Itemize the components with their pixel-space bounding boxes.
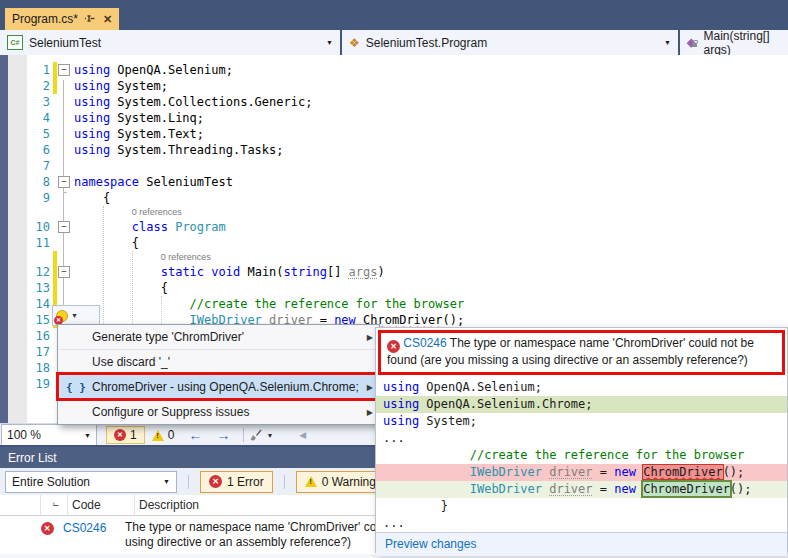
csharp-file-icon: C# [7, 35, 23, 50]
code-line[interactable]: 14 //create the reference for the browse… [0, 296, 788, 312]
code-line[interactable]: 3using System.Collections.Generic; [0, 94, 788, 110]
change-bar [53, 62, 57, 78]
menu-item-label: ChromeDriver - using OpenQA.Selenium.Chr… [92, 380, 359, 394]
menu-item-3[interactable]: { }ChromeDriver - using OpenQA.Selenium.… [58, 374, 379, 399]
menu-item-label: Use discard '_' [92, 355, 373, 369]
code-line[interactable]: 9 { [0, 190, 788, 206]
line-number: 2 [26, 78, 50, 94]
tab-program-cs[interactable]: Program.cs* ✕ [5, 8, 119, 30]
submenu-arrow-icon: ▶ [367, 333, 373, 342]
code-line[interactable]: 10− class Program [0, 219, 788, 235]
line-number: 11 [26, 235, 50, 251]
warning-triangle-icon [152, 430, 164, 441]
error-message-box: ✕ CS0246 The type or namespace name 'Chr… [378, 330, 785, 375]
divider [284, 475, 285, 489]
code-line[interactable]: 8−namespace SeleniumTest [0, 174, 788, 190]
lightbulb-icon: ✕ [56, 310, 68, 322]
line-number: 12 [26, 264, 50, 280]
code-text: using System.Threading.Tasks; [74, 142, 284, 158]
code-column-header[interactable]: Code [68, 495, 135, 515]
scroll-left-arrow-icon[interactable]: ◀ [299, 430, 306, 440]
type-dropdown-label: SeleniumTest.Program [366, 36, 487, 50]
codelens-row: 0 references [0, 251, 788, 264]
error-circle-icon: ✕ [41, 522, 54, 535]
menu-item-label: Configure or Suppress issues [92, 405, 359, 419]
member-dropdown-label: Main(string[] args) [703, 29, 781, 57]
navigation-bar: C# SeleniumTest ▼ ❖ SeleniumTest.Program… [0, 30, 788, 55]
class-icon: ❖ [349, 37, 360, 49]
zoom-dropdown[interactable]: 100 % ▼ [1, 424, 97, 446]
preview-code-line: using OpenQA.Selenium; [376, 379, 787, 396]
fold-toggle[interactable]: − [58, 176, 70, 188]
error-circle-icon: ✕ [387, 340, 400, 353]
errors-filter-button[interactable]: ✕ 1 Error [200, 471, 273, 493]
preview-code-line: } [376, 498, 787, 515]
fold-toggle[interactable]: − [58, 266, 70, 278]
code-text: using System.Linq; [74, 110, 204, 126]
preview-changes-link[interactable]: Preview changes [376, 532, 787, 556]
error-code-cell[interactable]: CS0246 [58, 519, 125, 550]
code-cleanup-broom-icon[interactable]: ▼ [250, 429, 273, 442]
chevron-down-icon: ▼ [71, 312, 78, 319]
code-line[interactable]: 11 { [0, 235, 788, 251]
error-circle-icon: ✕ [209, 475, 222, 488]
quick-actions-menu: Generate type 'ChromDriver'▶Use discard … [57, 324, 380, 425]
line-number: 5 [26, 126, 50, 142]
next-issue-arrow-icon[interactable]: → [209, 427, 237, 443]
category-column-header[interactable]: ¬ [41, 495, 68, 515]
chevron-down-icon: ▼ [326, 39, 333, 46]
close-icon[interactable]: ✕ [103, 14, 112, 25]
fix-preview-code: using OpenQA.Selenium;using OpenQA.Selen… [376, 377, 787, 532]
member-dropdown[interactable]: ◈ Main(string[] args) [680, 30, 788, 55]
change-bar [53, 78, 57, 94]
preview-code-line: IWebDriver driver = new ChromeDriver(); [376, 481, 787, 498]
chevron-down-icon: ▼ [664, 39, 671, 46]
fix-preview-popup: ✕ CS0246 The type or namespace name 'Chr… [375, 327, 788, 553]
scope-dropdown[interactable]: Entire Solution ▼ [5, 471, 177, 493]
warning-triangle-icon [305, 476, 317, 487]
code-line[interactable]: 7 [0, 158, 788, 174]
warning-count-indicator[interactable]: 0 [145, 427, 182, 443]
code-line[interactable]: 2using System; [0, 78, 788, 94]
line-number: 9 [26, 190, 50, 206]
code-text: class Program [74, 219, 226, 235]
line-number: 6 [26, 142, 50, 158]
code-line[interactable]: 12− static void Main(string[] args) [0, 264, 788, 280]
menu-item-2[interactable]: Use discard '_' [58, 349, 379, 374]
line-number: 15 [26, 312, 50, 328]
fold-toggle[interactable]: − [58, 221, 70, 233]
project-dropdown-label: SeleniumTest [29, 36, 101, 50]
menu-item-4[interactable]: Configure or Suppress issues▶ [58, 399, 379, 424]
line-number: 16 [26, 328, 50, 344]
preview-code-line: //create the reference for the browser [376, 447, 787, 464]
code-text: using System.Collections.Generic; [74, 94, 312, 110]
fold-toggle[interactable]: − [58, 64, 70, 76]
tab-bar: Program.cs* ✕ [0, 0, 788, 30]
preview-code-line: using System; [376, 413, 787, 430]
code-line[interactable]: 13 { [0, 280, 788, 296]
code-text: { [74, 190, 110, 206]
pin-icon[interactable] [85, 14, 96, 25]
code-line[interactable]: 1−using OpenQA.Selenium; [0, 62, 788, 78]
severity-column-header[interactable] [0, 495, 41, 515]
error-code: CS0246 [403, 336, 446, 350]
code-text: using System; [74, 78, 168, 94]
error-count-indicator[interactable]: ✕ 1 [106, 426, 145, 444]
codelens-references[interactable]: 0 references [132, 206, 182, 218]
chevron-down-icon: ▼ [266, 432, 273, 439]
previous-issue-arrow-icon[interactable]: ← [181, 427, 209, 443]
codelens-references[interactable]: 0 references [161, 251, 211, 263]
menu-item-1[interactable]: Generate type 'ChromDriver'▶ [58, 325, 379, 349]
quick-actions-widget[interactable]: ✕ ▼ [52, 305, 100, 326]
code-line[interactable]: 5using System.Text; [0, 126, 788, 142]
warnings-filter-label: 0 Warnings [322, 475, 382, 489]
chevron-down-icon: ▼ [163, 478, 170, 485]
scope-dropdown-label: Entire Solution [12, 475, 90, 489]
type-dropdown[interactable]: ❖ SeleniumTest.Program ▼ [342, 30, 678, 55]
code-line[interactable]: 4using System.Linq; [0, 110, 788, 126]
error-circle-icon: ✕ [114, 429, 126, 441]
project-dropdown[interactable]: C# SeleniumTest ▼ [0, 30, 340, 55]
code-line[interactable]: 6using System.Threading.Tasks; [0, 142, 788, 158]
line-number: 4 [26, 110, 50, 126]
change-bar [53, 280, 57, 296]
